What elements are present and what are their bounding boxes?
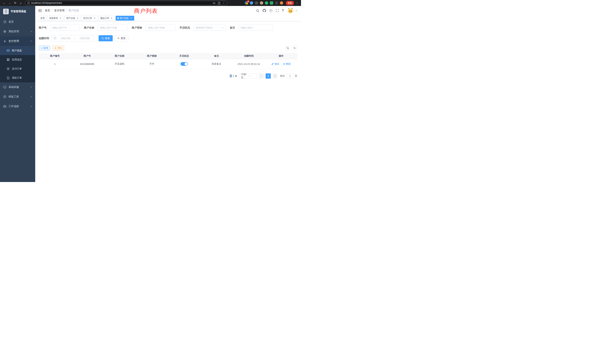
sidebar-item-workflow[interactable]: 工作流程 bbox=[0, 102, 35, 111]
current-page-button[interactable]: 1 bbox=[266, 73, 271, 79]
edit-link-label: 修改 bbox=[275, 62, 279, 66]
sidebar: 芋道管理系统 首页 系统管理 ¥ 支付管理 bbox=[0, 6, 35, 182]
edit-link[interactable]: 修改 bbox=[271, 62, 279, 66]
close-icon[interactable]: × bbox=[110, 17, 113, 20]
site-info-icon[interactable] bbox=[27, 2, 30, 4]
pencil-icon bbox=[271, 63, 274, 65]
fullscreen-icon[interactable] bbox=[276, 9, 279, 12]
sidebar-item-label: 基础设施 bbox=[9, 86, 19, 89]
sidebar-item-label: 退款订单 bbox=[12, 76, 22, 79]
total-unit: 条 bbox=[235, 74, 237, 78]
short-name-input[interactable] bbox=[146, 25, 175, 31]
sidebar-item-system[interactable]: 系统管理 bbox=[0, 27, 35, 36]
extension-green-circle-icon[interactable] bbox=[265, 1, 268, 5]
pagination-goto: 前往 页 bbox=[280, 73, 297, 79]
tag-process-form[interactable]: 流程表单× bbox=[47, 16, 64, 21]
reset-button-label: 重置 bbox=[121, 37, 126, 40]
extension-colorful-icon[interactable]: 10 bbox=[245, 1, 248, 5]
breadcrumb: 首页 / 支付管理 / 商户信息 bbox=[45, 9, 79, 12]
github-icon[interactable] bbox=[263, 9, 266, 12]
chevron-down-icon bbox=[30, 106, 32, 107]
column-header: 操作 bbox=[265, 53, 297, 59]
reset-button[interactable]: ↻ 重置 bbox=[115, 35, 129, 41]
prev-page-button[interactable]: ‹ bbox=[259, 73, 264, 79]
font-size-icon[interactable]: T bbox=[282, 9, 284, 12]
back-icon[interactable]: ← bbox=[2, 1, 6, 5]
extension-knot-icon[interactable] bbox=[275, 1, 278, 5]
cell-create-time: 2021-10-23 08:31:14 bbox=[233, 59, 265, 69]
caret-down-icon[interactable] bbox=[295, 10, 297, 11]
toggle-search-button[interactable] bbox=[285, 45, 290, 51]
breadcrumb-payment[interactable]: 支付管理 bbox=[54, 9, 64, 12]
sidebar-item-dev-tools[interactable]: 研发工具 bbox=[0, 92, 35, 102]
tag-user-group[interactable]: 用户分组× bbox=[64, 16, 81, 21]
short-name-field: 商户简称 bbox=[132, 25, 175, 31]
sidebar-item-refund-orders[interactable]: 退款订单 bbox=[0, 73, 35, 82]
browser-menu-icon[interactable]: ⋮ bbox=[296, 1, 298, 4]
hamburger-icon[interactable] bbox=[38, 9, 42, 12]
breadcrumb-home[interactable]: 首页 bbox=[45, 9, 50, 12]
extension-drop-icon[interactable] bbox=[250, 1, 253, 5]
close-icon[interactable]: × bbox=[59, 17, 62, 20]
password-key-icon[interactable] bbox=[213, 2, 215, 4]
tag-merchant-info[interactable]: 商户信息× bbox=[116, 16, 134, 21]
status-switch[interactable] bbox=[181, 62, 188, 66]
extension-green-square-icon[interactable] bbox=[270, 1, 273, 5]
box-icon bbox=[3, 95, 6, 98]
create-time-field: 创建时间 开始日期 - 结束日期 bbox=[39, 35, 94, 41]
column-header: 创建时间 bbox=[233, 53, 265, 59]
forward-icon[interactable]: → bbox=[7, 1, 12, 5]
user-avatar[interactable] bbox=[287, 7, 294, 14]
full-name-input[interactable] bbox=[98, 25, 128, 31]
sidebar-item-payment-orders[interactable]: 支付订单 bbox=[0, 64, 35, 73]
refresh-table-button[interactable]: ↻ bbox=[292, 45, 297, 51]
sidebar-item-app-info[interactable]: 应用信息 bbox=[0, 55, 35, 64]
share-icon[interactable] bbox=[218, 2, 220, 4]
sidebar-item-infrastructure[interactable]: 基础设施 bbox=[0, 82, 35, 92]
reload-icon[interactable]: ↻ bbox=[13, 1, 17, 5]
trash-icon bbox=[283, 63, 285, 65]
bookmark-star-icon[interactable]: ☆ bbox=[223, 2, 225, 4]
export-button[interactable]: 导出 bbox=[52, 45, 64, 51]
merchant-no-input[interactable] bbox=[50, 25, 80, 31]
app-logo[interactable]: 芋道管理系统 bbox=[0, 6, 35, 17]
table-row: 1 M233666999 芋道源码 芋艿 我是备注 2021-10-23 08:… bbox=[39, 59, 297, 69]
tag-home[interactable]: 首页 bbox=[39, 16, 46, 21]
sidebar-item-payment[interactable]: ¥ 支付管理 bbox=[0, 36, 35, 46]
address-bar[interactable]: localhost:1024/pay/merchant ☆ bbox=[25, 1, 227, 5]
close-icon[interactable]: × bbox=[76, 17, 79, 20]
next-page-button[interactable]: › bbox=[273, 73, 278, 79]
sidebar-item-home[interactable]: 首页 bbox=[0, 17, 35, 27]
close-icon[interactable]: × bbox=[130, 17, 132, 20]
table-toolbar: + 新增 导出 ↻ bbox=[39, 45, 297, 51]
sidebar-item-merchant-info[interactable]: 商户信息 bbox=[0, 46, 35, 55]
remark-input[interactable] bbox=[238, 25, 273, 31]
cell-actions: 修改 删除 bbox=[265, 59, 297, 69]
pagination-total: 共 1 条 bbox=[230, 74, 237, 78]
breadcrumb-current: 商户信息 bbox=[69, 9, 79, 12]
browser-update-button[interactable]: 更新 bbox=[286, 1, 294, 5]
delete-link[interactable]: 删除 bbox=[283, 62, 291, 66]
add-button[interactable]: + 新增 bbox=[39, 45, 50, 51]
status-select[interactable]: 请选择开启状态 bbox=[193, 25, 226, 31]
gear-icon bbox=[3, 30, 6, 33]
help-icon[interactable]: ? bbox=[269, 9, 272, 12]
tag-label: 商户信息 bbox=[120, 17, 129, 20]
column-header: 备注 bbox=[200, 53, 233, 59]
goto-page-input[interactable] bbox=[286, 73, 294, 79]
remark-field: 备注 bbox=[230, 25, 273, 31]
date-range-picker[interactable]: 开始日期 - 结束日期 bbox=[52, 35, 94, 41]
tag-refund-orders[interactable]: 退款订单× bbox=[99, 16, 115, 21]
tag-payment-orders[interactable]: 支付订单× bbox=[82, 16, 98, 21]
search-icon[interactable] bbox=[256, 9, 259, 12]
home-icon[interactable]: ⌂ bbox=[19, 1, 23, 5]
extension-dark-circle-icon[interactable] bbox=[255, 1, 258, 5]
extension-avatar-icon[interactable] bbox=[260, 1, 263, 5]
page-size-select[interactable]: 10条/页 bbox=[239, 73, 257, 79]
search-button[interactable]: 搜索 bbox=[99, 35, 113, 41]
profile-avatar-icon[interactable] bbox=[280, 1, 283, 5]
date-separator: - bbox=[75, 37, 75, 40]
column-header: 商户编号 bbox=[39, 53, 71, 59]
close-icon[interactable]: × bbox=[93, 17, 96, 20]
plus-icon: + bbox=[41, 47, 43, 50]
